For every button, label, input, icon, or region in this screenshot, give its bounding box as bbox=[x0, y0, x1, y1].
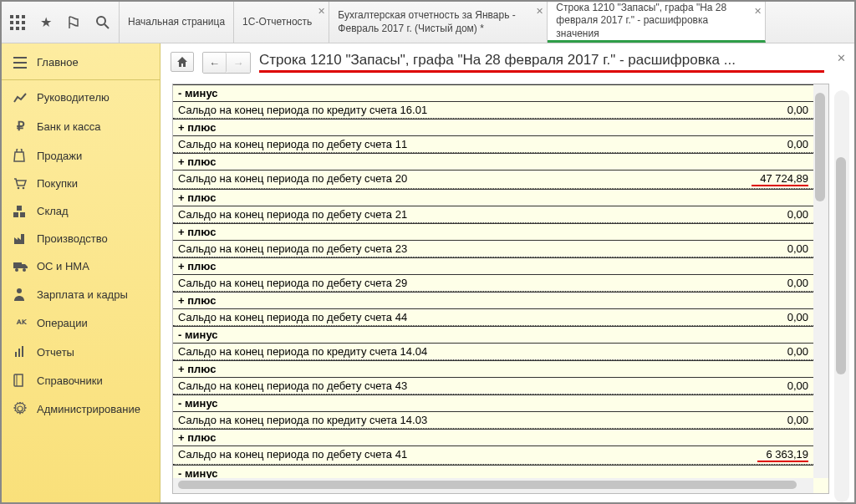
sidebar-item-gear[interactable]: Администрирование bbox=[2, 395, 160, 423]
report-container: - минусСальдо на конец периода по кредит… bbox=[172, 84, 829, 494]
sidebar-label: Банк и касса bbox=[37, 120, 101, 133]
sign-row: + плюс bbox=[173, 360, 813, 378]
sign-row: + плюс bbox=[173, 292, 813, 309]
row-value: 0,00 bbox=[779, 138, 808, 150]
sidebar-item-chart[interactable]: Руководителю bbox=[2, 84, 160, 111]
row-value: 0,00 bbox=[779, 277, 808, 289]
sidebar-item-factory[interactable]: Производство bbox=[2, 225, 160, 252]
tab-label: Строка 1210 "Запасы", графа "На 28 февра… bbox=[556, 2, 748, 41]
sidebar-item-ops[interactable]: ᴬᴷОперации bbox=[2, 308, 160, 338]
data-row[interactable]: Сальдо на конец периода по дебету счета … bbox=[173, 309, 813, 326]
row-value: 0,00 bbox=[779, 379, 808, 392]
search-icon[interactable] bbox=[94, 13, 112, 32]
sign-row: + плюс bbox=[173, 189, 813, 206]
data-row[interactable]: Сальдо на конец периода по дебету счета … bbox=[173, 241, 813, 257]
tab[interactable]: Бухгалтерская отчетность за Январь - Фев… bbox=[329, 2, 548, 43]
sign-row: + плюс bbox=[173, 153, 813, 171]
svg-rect-13 bbox=[13, 67, 27, 69]
sidebar-label: Склад bbox=[37, 205, 69, 217]
tab[interactable]: 1С-Отчетность✕ bbox=[234, 2, 329, 43]
sidebar-item-report[interactable]: Отчеты bbox=[2, 338, 160, 366]
svg-rect-18 bbox=[20, 212, 25, 217]
tab[interactable]: Строка 1210 "Запасы", графа "На 28 февра… bbox=[548, 2, 766, 43]
svg-point-21 bbox=[17, 288, 22, 293]
tab-label: Бухгалтерская отчетность за Январь - Фев… bbox=[338, 9, 530, 35]
main-header: ← → Строка 1210 "Запасы", графа "На 28 ф… bbox=[160, 43, 854, 77]
sidebar-item-bag[interactable]: Продажи bbox=[2, 141, 160, 170]
data-row[interactable]: Сальдо на конец периода по кредиту счета… bbox=[173, 102, 813, 119]
row-description: Сальдо на конец периода по дебету счета … bbox=[178, 448, 407, 462]
tab-close-icon[interactable]: ✕ bbox=[536, 5, 543, 17]
tab[interactable]: Начальная страница bbox=[120, 2, 234, 43]
tabs: Начальная страница1С-Отчетность✕Бухгалте… bbox=[120, 2, 854, 43]
svg-point-19 bbox=[15, 268, 18, 272]
star-icon[interactable]: ★ bbox=[37, 13, 55, 32]
svg-rect-5 bbox=[22, 21, 25, 24]
vertical-scrollbar[interactable] bbox=[813, 84, 828, 478]
sidebar-label: Главное bbox=[37, 56, 79, 69]
svg-rect-16 bbox=[17, 206, 22, 211]
svg-rect-1 bbox=[16, 15, 19, 18]
sign-row: - минус bbox=[173, 395, 813, 412]
sidebar-item-person[interactable]: Зарплата и кадры bbox=[2, 280, 160, 308]
tab-label: Начальная страница bbox=[128, 16, 225, 29]
sidebar-item-boxes[interactable]: Склад bbox=[2, 197, 160, 225]
top-toolbar: ★ Начальная страница1С-Отчетность✕Бухгал… bbox=[2, 2, 854, 43]
back-button[interactable]: ← bbox=[203, 53, 227, 73]
sidebar-item-ruble[interactable]: ₽Банк и касса bbox=[2, 111, 160, 141]
tab-close-icon[interactable]: ✕ bbox=[754, 5, 762, 17]
row-description: Сальдо на конец периода по дебету счета … bbox=[178, 138, 407, 150]
tab-close-icon[interactable]: ✕ bbox=[318, 5, 325, 17]
svg-point-20 bbox=[23, 268, 26, 272]
svg-rect-3 bbox=[10, 21, 13, 24]
data-row[interactable]: Сальдо на конец периода по кредиту счета… bbox=[173, 344, 813, 360]
row-description: Сальдо на конец периода по кредиту счета… bbox=[178, 104, 427, 116]
chart-icon bbox=[13, 92, 28, 104]
horizontal-scrollbar[interactable] bbox=[173, 478, 813, 493]
data-row[interactable]: Сальдо на конец периода по дебету счета … bbox=[173, 136, 813, 153]
tab-label: 1С-Отчетность bbox=[242, 16, 312, 29]
data-row[interactable]: Сальдо на конец периода по дебету счета … bbox=[173, 378, 813, 395]
sidebar-item-cart[interactable]: Покупки bbox=[2, 170, 160, 197]
sidebar: ГлавноеРуководителю₽Банк и кассаПродажиП… bbox=[2, 43, 160, 504]
data-row[interactable]: Сальдо на конец периода по дебету счета … bbox=[173, 275, 813, 292]
sign-row: + плюс bbox=[173, 223, 813, 241]
menu-icon bbox=[13, 57, 28, 69]
svg-rect-23 bbox=[18, 349, 20, 357]
sidebar-label: Покупки bbox=[37, 177, 78, 190]
svg-rect-12 bbox=[13, 62, 27, 64]
sign-row: - минус bbox=[173, 326, 813, 344]
apps-icon[interactable] bbox=[8, 13, 27, 32]
outer-vertical-scrollbar[interactable] bbox=[834, 90, 849, 502]
row-value: 0,00 bbox=[779, 345, 808, 358]
boxes-icon bbox=[13, 206, 28, 217]
row-value: 47 724,89 bbox=[752, 172, 808, 186]
sign-row: + плюс bbox=[173, 257, 813, 275]
ruble-icon: ₽ bbox=[13, 119, 28, 134]
row-description: Сальдо на конец периода по дебету счета … bbox=[178, 277, 407, 289]
svg-rect-17 bbox=[13, 212, 18, 217]
data-row[interactable]: Сальдо на конец периода по дебету счета … bbox=[173, 206, 813, 223]
sidebar-label: ОС и НМА bbox=[37, 260, 89, 272]
data-row[interactable]: Сальдо на конец периода по дебету счета … bbox=[173, 446, 813, 465]
data-row[interactable]: Сальдо на конец периода по кредиту счета… bbox=[173, 412, 813, 429]
cart-icon bbox=[13, 178, 28, 190]
row-value: 0,00 bbox=[779, 414, 808, 426]
sidebar-item-truck[interactable]: ОС и НМА bbox=[2, 252, 160, 280]
sidebar-label: Справочники bbox=[37, 374, 103, 387]
history-icon[interactable] bbox=[65, 13, 84, 32]
data-row[interactable]: Сальдо на конец периода по дебету счета … bbox=[173, 171, 813, 189]
home-button[interactable] bbox=[171, 52, 194, 72]
row-description: Сальдо на конец периода по дебету счета … bbox=[178, 311, 407, 323]
sidebar-item-book[interactable]: Справочники bbox=[2, 366, 160, 395]
row-description: Сальдо на конец периода по кредиту счета… bbox=[178, 414, 427, 426]
factory-icon bbox=[13, 233, 28, 245]
close-icon[interactable]: ✕ bbox=[837, 52, 846, 64]
top-icons: ★ bbox=[2, 2, 120, 43]
row-value: 0,00 bbox=[779, 208, 808, 221]
row-value: 6 363,19 bbox=[757, 448, 808, 462]
book-icon bbox=[13, 374, 28, 387]
svg-rect-0 bbox=[10, 15, 13, 18]
sidebar-item-menu[interactable]: Главное bbox=[2, 48, 160, 76]
main-area: ✕ ← → Строка 1210 "Запасы", графа "На 28… bbox=[160, 43, 854, 504]
